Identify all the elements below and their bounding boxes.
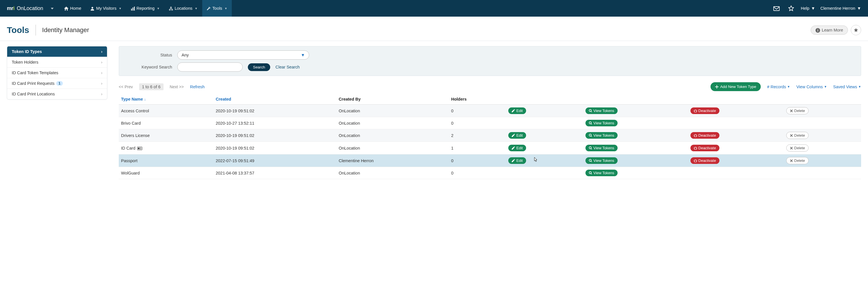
- cell-created: 2020-10-19 09:51:02: [213, 105, 337, 117]
- cell-holders: 2: [449, 129, 506, 142]
- search-button[interactable]: Search: [248, 63, 270, 71]
- sidebar-item-id-card-print-locations[interactable]: ID Card Print Locations ›: [7, 89, 107, 99]
- cell-type: Access Control: [119, 105, 213, 117]
- sidebar-badge: 1: [56, 81, 63, 86]
- table-toolbar: << Prev 1 to 6 of 6 Next >> Refresh Add …: [119, 82, 861, 91]
- status-select[interactable]: Any ▼: [177, 51, 309, 60]
- learn-more-label: Learn More: [822, 28, 843, 32]
- svg-point-16: [589, 147, 591, 149]
- view-tokens-button[interactable]: View Tokens: [585, 107, 618, 114]
- delete-button[interactable]: Delete: [786, 144, 809, 152]
- nav-items: Home My Visitors ▼ Reporting ▼ Locations…: [59, 0, 232, 16]
- view-tokens-button[interactable]: View Tokens: [585, 145, 618, 151]
- delete-button[interactable]: Delete: [786, 157, 809, 164]
- pager-prev[interactable]: << Prev: [119, 85, 133, 89]
- edit-button[interactable]: Edit: [508, 157, 526, 164]
- edit-button[interactable]: Edit: [508, 107, 526, 114]
- deactivate-button[interactable]: Deactivate: [690, 132, 719, 139]
- keyword-input[interactable]: [177, 63, 243, 72]
- caret-down-icon: ▼: [157, 7, 160, 10]
- edit-button[interactable]: Edit: [508, 132, 526, 139]
- cell-type: Drivers License: [119, 129, 213, 142]
- nav-reporting[interactable]: Reporting ▼: [126, 0, 164, 16]
- col-view: [583, 94, 688, 105]
- mail-icon[interactable]: [772, 4, 781, 12]
- nav-tools[interactable]: Tools ▼: [202, 0, 232, 16]
- cell-holders: 1: [449, 142, 506, 155]
- svg-rect-7: [774, 7, 779, 10]
- deactivate-button[interactable]: Deactivate: [690, 157, 719, 164]
- caret-down-icon: ▼: [858, 85, 861, 88]
- add-button-label: Add New Token Type: [720, 85, 756, 89]
- delete-button[interactable]: Delete: [786, 132, 809, 139]
- edit-button[interactable]: Edit: [508, 145, 526, 151]
- view-columns-dropdown[interactable]: View Columns ▼: [796, 85, 827, 89]
- nav-locations[interactable]: Locations ▼: [164, 0, 202, 16]
- table-row[interactable]: ID Card2020-10-19 09:51:02OnLocation1 Ed…: [119, 142, 861, 155]
- wrench-icon: [207, 6, 211, 10]
- star-icon[interactable]: [786, 4, 796, 13]
- svg-point-6: [172, 9, 173, 10]
- view-tokens-button[interactable]: View Tokens: [585, 120, 618, 126]
- favorite-button[interactable]: [851, 25, 861, 35]
- nav-my-visitors[interactable]: My Visitors ▼: [86, 0, 126, 16]
- sidebar-item-token-holders[interactable]: Token Holders ›: [7, 57, 107, 68]
- svg-point-15: [589, 134, 591, 136]
- view-tokens-button[interactable]: View Tokens: [585, 132, 618, 139]
- nav-home[interactable]: Home: [59, 0, 86, 16]
- deactivate-button[interactable]: Deactivate: [690, 145, 719, 151]
- cell-created-by: OnLocation: [337, 167, 449, 179]
- table-row[interactable]: Access Control2020-10-19 09:51:02OnLocat…: [119, 105, 861, 117]
- col-type-name[interactable]: Type Name↓: [119, 94, 213, 105]
- learn-more-button[interactable]: Learn More: [811, 26, 848, 34]
- pager-next[interactable]: Next >>: [170, 85, 184, 89]
- cell-created: 2020-10-27 13:52:11: [213, 117, 337, 129]
- sidebar-item-label: Token ID Types: [12, 49, 42, 54]
- caret-down-icon: ▼: [119, 7, 122, 10]
- sidebar-item-token-id-types[interactable]: Token ID Types ›: [7, 46, 107, 57]
- refresh-link[interactable]: Refresh: [190, 85, 205, 89]
- caret-down-icon: ▼: [811, 6, 815, 10]
- col-created-by[interactable]: Created By: [337, 94, 449, 105]
- status-value: Any: [182, 53, 189, 57]
- sidebar-item-id-card-print-requests[interactable]: ID Card Print Requests 1 ›: [7, 78, 107, 89]
- deactivate-button[interactable]: Deactivate: [690, 107, 719, 114]
- table-row[interactable]: WolGuard2021-04-08 13:37:57OnLocation0 V…: [119, 167, 861, 179]
- chevron-right-icon: ›: [101, 92, 102, 96]
- cell-created: 2020-10-19 09:51:02: [213, 129, 337, 142]
- sidebar-item-id-card-templates[interactable]: ID Card Token Templates ›: [7, 68, 107, 78]
- svg-point-13: [589, 109, 591, 111]
- cell-holders: 0: [449, 105, 506, 117]
- cell-created: 2022-07-15 09:51:49: [213, 155, 337, 167]
- delete-button[interactable]: Delete: [786, 107, 809, 114]
- add-token-type-button[interactable]: Add New Token Type: [711, 82, 761, 91]
- sidebar-item-label: ID Card Print Locations: [12, 92, 55, 96]
- col-created[interactable]: Created: [213, 94, 337, 105]
- cell-created-by: OnLocation: [337, 142, 449, 155]
- brand-text: OnLocation: [17, 5, 43, 11]
- caret-down-icon: ▼: [224, 7, 227, 10]
- id-card-icon: [137, 147, 142, 150]
- clear-search-link[interactable]: Clear Search: [275, 65, 300, 69]
- chart-icon: [131, 6, 135, 10]
- view-tokens-button[interactable]: View Tokens: [585, 170, 618, 176]
- col-holders[interactable]: Holders: [449, 94, 506, 105]
- brand-caret-icon[interactable]: [51, 6, 54, 10]
- svg-point-0: [92, 7, 93, 9]
- nav-user-menu[interactable]: Clementine Herron ▼: [820, 6, 861, 10]
- pager-range: 1 to 6 of 6: [139, 83, 163, 90]
- token-types-table: Type Name↓ Created Created By Holders Ac…: [119, 94, 861, 179]
- table-row[interactable]: Drivers License2020-10-19 09:51:02OnLoca…: [119, 129, 861, 142]
- brand[interactable]: mri OnLocation: [7, 5, 54, 11]
- records-dropdown[interactable]: # Records ▼: [767, 85, 790, 89]
- cell-type: ID Card: [119, 142, 213, 155]
- table-row[interactable]: Brivo Card2020-10-27 13:52:11OnLocation0…: [119, 117, 861, 129]
- view-tokens-button[interactable]: View Tokens: [585, 157, 618, 164]
- table-row[interactable]: Passport2022-07-15 09:51:49Clementine He…: [119, 155, 861, 167]
- saved-views-dropdown[interactable]: Saved Views ▼: [833, 85, 861, 89]
- nav-help[interactable]: Help ▼: [801, 6, 815, 10]
- page-title: Tools: [7, 25, 29, 35]
- brand-logo: mri: [7, 5, 14, 11]
- sidebar-item-label: ID Card Print Requests: [12, 81, 55, 86]
- cell-holders: 0: [449, 117, 506, 129]
